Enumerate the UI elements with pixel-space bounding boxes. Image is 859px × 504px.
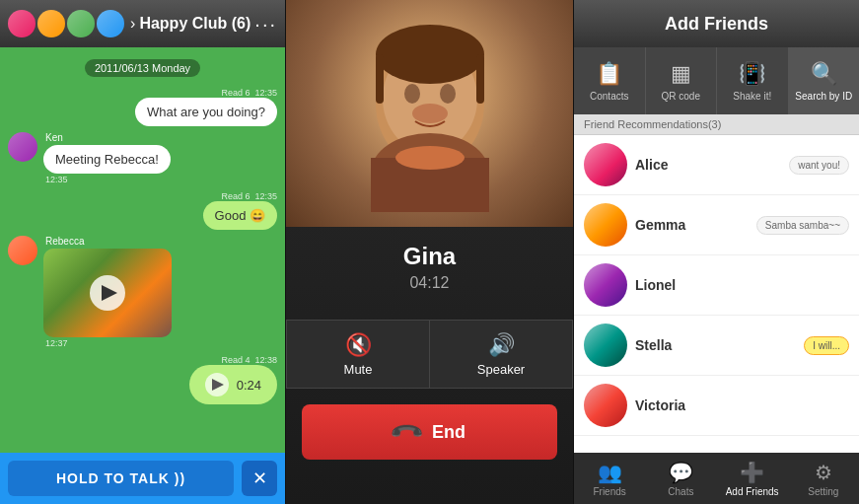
play-icon[interactable] <box>90 275 125 311</box>
message-bubble: What are you doing? <box>135 98 277 126</box>
speaker-btn[interactable]: 🔊 Speaker <box>429 320 573 389</box>
caller-name: Gina <box>403 243 456 270</box>
friend-name-alice: Alice <box>635 157 781 173</box>
avatar-alice <box>584 143 627 186</box>
friend-name-lionel: Lionel <box>635 277 849 293</box>
avatar-gemma <box>584 203 627 247</box>
chats-nav-label: Chats <box>668 486 693 497</box>
svg-point-7 <box>395 146 465 170</box>
message-meta: Read 4 12:38 <box>221 355 277 365</box>
end-call-label: End <box>432 422 465 443</box>
call-controls: 🔇 Mute 🔊 Speaker <box>286 320 573 389</box>
setting-nav-label: Setting <box>808 486 838 497</box>
call-duration: 04:12 <box>403 274 456 292</box>
tab-search-label: Search by ID <box>795 91 852 102</box>
caller-illustration <box>351 15 509 212</box>
message-row: Read 6 12:35 What are you doing? <box>8 87 277 126</box>
avatar-lionel <box>584 263 627 307</box>
message-bubble: Good 😄 <box>203 201 277 230</box>
add-friends-nav-icon: ➕ <box>740 461 764 484</box>
qr-icon: ▦ <box>671 61 691 87</box>
call-panel: Gina 04:12 🔇 Mute 🔊 Speaker 📞 End <box>286 0 573 504</box>
shake-icon: 📳 <box>739 61 765 87</box>
sender-avatar <box>8 236 37 265</box>
message-row: Rebecca 12:37 <box>8 236 277 348</box>
chat-panel: › Happy Club (6) ··· 2011/06/13 Monday R… <box>0 0 285 504</box>
group-avatars: › <box>8 10 135 37</box>
voice-message[interactable]: 0:24 <box>189 365 277 404</box>
friend-item-victoria: Victoria <box>574 376 859 436</box>
friends-nav-icon: 👥 <box>598 461 622 484</box>
message-meta: 12:35 <box>43 175 68 184</box>
nav-add-friends[interactable]: ➕ Add Friends <box>717 453 788 504</box>
message-row: Read 6 12:35 Good 😄 <box>8 190 277 230</box>
friend-name-stella: Stella <box>635 337 796 353</box>
hold-to-talk-btn[interactable]: HOLD TO TALK )) <box>8 461 234 496</box>
svg-point-4 <box>412 104 448 123</box>
mute-label: Mute <box>344 362 373 377</box>
voice-duration: 0:24 <box>237 378 261 393</box>
avatar-2 <box>37 10 65 37</box>
chats-nav-icon: 💬 <box>669 461 693 484</box>
close-chat-btn[interactable]: ✕ <box>242 461 277 496</box>
end-call-icon: 📞 <box>389 413 425 450</box>
speaker-label: Speaker <box>477 362 525 377</box>
mute-btn[interactable]: 🔇 Mute <box>286 320 429 389</box>
call-info: Gina 04:12 <box>403 227 456 300</box>
friend-tag-alice[interactable]: want you! <box>789 156 849 175</box>
friend-item-alice: Alice want you! <box>574 135 859 195</box>
svg-point-3 <box>440 84 456 104</box>
friend-item-gemma: Gemma Samba samba~~ <box>574 195 859 255</box>
svg-rect-9 <box>376 54 384 104</box>
avatar-4 <box>97 10 124 37</box>
chat-more-btn[interactable]: ··· <box>254 13 277 36</box>
friends-nav-label: Friends <box>593 486 625 497</box>
friend-tag-gemma[interactable]: Samba samba~~ <box>756 216 849 235</box>
bottom-nav: 👥 Friends 💬 Chats ➕ Add Friends ⚙ Settin… <box>574 453 859 504</box>
friend-item-stella: Stella I will... <box>574 316 859 376</box>
message-bubble: Meeting Rebecca! <box>43 145 171 174</box>
tab-shake[interactable]: 📳 Shake it! <box>717 47 789 114</box>
tab-search-by-id[interactable]: 🔍 Search by ID <box>789 47 860 114</box>
mute-icon: 🔇 <box>345 332 372 358</box>
tab-contacts-label: Contacts <box>590 91 628 102</box>
friend-name-victoria: Victoria <box>635 397 849 413</box>
svg-rect-10 <box>476 54 484 104</box>
avatar-victoria <box>584 384 627 427</box>
chat-title: Happy Club (6) <box>135 15 254 33</box>
add-friends-panel: Add Friends 📋 Contacts ▦ QR code 📳 Shake… <box>574 0 859 504</box>
tab-shake-label: Shake it! <box>733 91 771 102</box>
caller-photo <box>286 0 573 227</box>
avatar-3 <box>67 10 95 37</box>
contacts-icon: 📋 <box>596 61 622 87</box>
nav-chats[interactable]: 💬 Chats <box>645 453 716 504</box>
end-call-btn[interactable]: 📞 End <box>302 404 557 460</box>
friends-header: Add Friends <box>574 0 859 47</box>
tab-contacts[interactable]: 📋 Contacts <box>574 47 646 114</box>
avatar-1 <box>8 10 36 37</box>
friend-name-gemma: Gemma <box>635 217 749 233</box>
speaker-icon: 🔊 <box>488 332 515 358</box>
friends-tabs: 📋 Contacts ▦ QR code 📳 Shake it! 🔍 Searc… <box>574 47 859 114</box>
friend-tag-stella[interactable]: I will... <box>804 336 849 355</box>
friends-list: Alice want you! Gemma Samba samba~~ Lion… <box>574 135 859 453</box>
message-meta: Read 6 12:35 <box>221 191 277 201</box>
message-meta: 12:37 <box>43 338 68 348</box>
chat-header: › Happy Club (6) ··· <box>0 0 285 47</box>
svg-point-8 <box>376 25 484 84</box>
nav-setting[interactable]: ⚙ Setting <box>788 453 859 504</box>
tab-qr-label: QR code <box>662 91 700 102</box>
message-row: Ken Meeting Rebecca! 12:35 <box>8 132 277 184</box>
nav-friends[interactable]: 👥 Friends <box>574 453 645 504</box>
search-id-icon: 🔍 <box>811 61 837 87</box>
friends-title: Add Friends <box>665 14 768 35</box>
sender-name: Rebecca <box>45 236 84 247</box>
message-row: Read 4 12:38 0:24 <box>8 354 277 404</box>
section-label: Friend Recommendations(3) <box>574 114 859 135</box>
message-image[interactable] <box>43 249 172 337</box>
chat-footer: HOLD TO TALK )) ✕ <box>0 453 285 504</box>
voice-play-icon[interactable] <box>205 373 229 396</box>
friend-item-lionel: Lionel <box>574 255 859 316</box>
tab-qr[interactable]: ▦ QR code <box>646 47 718 114</box>
add-friends-nav-label: Add Friends <box>726 486 779 497</box>
